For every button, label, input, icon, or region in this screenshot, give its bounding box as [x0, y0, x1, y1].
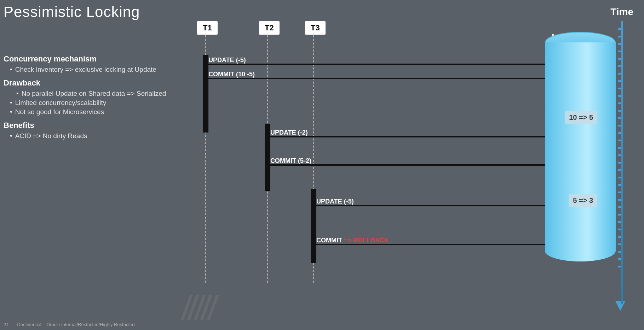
value-badge-2: 5 => 3 [569, 194, 597, 207]
t1-commit-label: COMMIT (10 -5) [208, 71, 255, 78]
t2-commit-arrow [270, 164, 552, 166]
t1-update-arrow [208, 64, 552, 65]
time-axis-line [621, 21, 623, 304]
bullet-concurrency-1: Check inventory => exclusive locking at … [10, 66, 170, 73]
time-arrow-down [615, 301, 625, 311]
footer: 24 Confidential – Oracle Internal/Restri… [4, 322, 134, 327]
inventory-cylinder: Inventory 10 => 5 5 => 3 [545, 32, 616, 272]
t2-commit-label: COMMIT (5-2) [270, 157, 311, 165]
t2-lock-block [265, 124, 270, 191]
t1-commit-arrow [208, 78, 552, 79]
benefits-heading: Benefits [4, 121, 170, 130]
t2-update-label: UPDATE (-2) [270, 129, 308, 136]
bullet-drawback-3: Not so good for Microservices [10, 108, 170, 116]
t1-label: T1 [197, 21, 218, 35]
page-title: Pessimistic Locking [4, 4, 140, 20]
cylinder-body [545, 42, 616, 261]
t2-label: T2 [259, 21, 280, 35]
value-badge-1: 10 => 5 [565, 111, 597, 124]
left-panel: Concurrency mechanism Check inventory =>… [4, 49, 170, 141]
t3-commit-prefix: COMMIT [316, 237, 344, 244]
bullet-benefits-1: ACID => No dirty Reads [10, 132, 170, 140]
t1-lock-block [203, 55, 208, 132]
bullet-drawback-1: No parallel Update on Shared data => Ser… [16, 90, 170, 98]
drawback-heading: Drawback [4, 78, 170, 88]
t1-update-label: UPDATE (-5) [208, 57, 246, 64]
concurrency-heading: Concurrency mechanism [4, 54, 170, 64]
t3-update-label: UPDATE (-5) [316, 198, 354, 205]
t2-update-arrow [270, 136, 552, 137]
time-label: Time [610, 6, 633, 18]
confidential-text: Confidential – Oracle Internal/Restricte… [17, 322, 134, 327]
bullet-drawback-2: Limited concurrency/scalability [10, 99, 170, 107]
t3-label: T3 [305, 21, 326, 35]
t3-commit-label: COMMIT => ROLLBACK [316, 237, 389, 244]
t3-rollback-text: => ROLLBACK [344, 237, 389, 244]
diagram: T1 T2 T3 UPDATE (-5) COMMIT (10 -5) UPDA… [173, 21, 633, 318]
page-number: 24 [4, 322, 8, 327]
t3-lock-block [311, 189, 316, 263]
